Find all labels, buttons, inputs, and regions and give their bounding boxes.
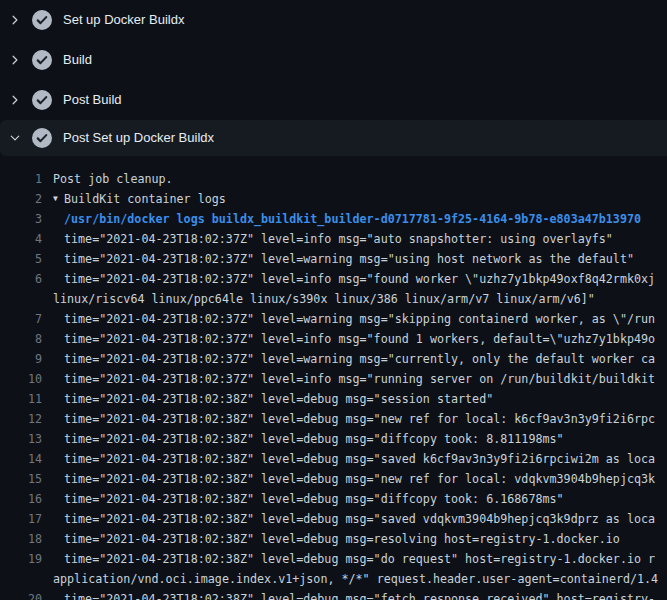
log-line-text: time="2021-04-23T18:02:38Z" level=debug … bbox=[64, 529, 620, 549]
log-line-text: time="2021-04-23T18:02:37Z" level=warnin… bbox=[64, 349, 655, 369]
log-line: 12 ▼time="2021-04-23T18:02:38Z" level=de… bbox=[0, 409, 667, 429]
log-line-number[interactable]: 11 bbox=[0, 389, 42, 409]
check-circle-icon bbox=[32, 90, 52, 110]
log-line-number[interactable]: 13 bbox=[0, 429, 42, 449]
log-line-number[interactable]: 9 bbox=[0, 349, 42, 369]
chevron-down-icon bbox=[9, 132, 21, 144]
log-line-number[interactable]: 18 bbox=[0, 529, 42, 549]
log-line-body: ▼time="2021-04-23T18:02:38Z" level=debug… bbox=[64, 549, 667, 569]
log-line: 1 ▼Post job cleanup. bbox=[0, 169, 667, 189]
log-line: 16 ▼time="2021-04-23T18:02:38Z" level=de… bbox=[0, 489, 667, 509]
log-line-body: ▼linux/riscv64 linux/ppc64le linux/s390x… bbox=[53, 289, 667, 309]
log-line: ▼application/vnd.oci.image.index.v1+json… bbox=[0, 569, 667, 589]
log-line: 18 ▼time="2021-04-23T18:02:38Z" level=de… bbox=[0, 529, 667, 549]
log-line-number[interactable]: 8 bbox=[0, 329, 42, 349]
log-line: 3 ▼/usr/bin/docker logs buildx_buildkit_… bbox=[0, 209, 667, 229]
log-line-text: time="2021-04-23T18:02:37Z" level=warnin… bbox=[64, 309, 655, 329]
step-title: Set up Docker Buildx bbox=[63, 10, 184, 30]
log-line-text: time="2021-04-23T18:02:38Z" level=debug … bbox=[64, 449, 655, 469]
step-row[interactable]: Post Set up Docker Buildx bbox=[0, 120, 667, 156]
log-line: 20 ▼time="2021-04-23T18:02:38Z" level=de… bbox=[0, 589, 667, 600]
log-line-body: ▼time="2021-04-23T18:02:38Z" level=debug… bbox=[64, 489, 667, 509]
log-line-body: ▼time="2021-04-23T18:02:38Z" level=debug… bbox=[64, 589, 667, 600]
log-line-body: ▼time="2021-04-23T18:02:37Z" level=info … bbox=[64, 329, 667, 349]
log-line-text: time="2021-04-23T18:02:38Z" level=debug … bbox=[64, 509, 655, 529]
log-line-number[interactable]: 6 bbox=[0, 269, 42, 289]
log-line-number[interactable]: 10 bbox=[0, 369, 42, 389]
log-line-text: Post job cleanup. bbox=[53, 169, 173, 189]
log-line-body: ▼time="2021-04-23T18:02:38Z" level=debug… bbox=[64, 429, 667, 449]
log-line: 15 ▼time="2021-04-23T18:02:38Z" level=de… bbox=[0, 469, 667, 489]
log-line-text: time="2021-04-23T18:02:38Z" level=debug … bbox=[64, 409, 655, 429]
log-line-body: ▼time="2021-04-23T18:02:37Z" level=warni… bbox=[64, 249, 667, 269]
log-line-body: ▼time="2021-04-23T18:02:38Z" level=debug… bbox=[64, 389, 667, 409]
log-line-number[interactable]: 15 bbox=[0, 469, 42, 489]
log-line-text: /usr/bin/docker logs buildx_buildkit_bui… bbox=[64, 209, 641, 229]
step-row[interactable]: Post Build bbox=[0, 80, 667, 120]
log-line-body: ▼time="2021-04-23T18:02:37Z" level=info … bbox=[64, 369, 667, 389]
log-line-body: ▼time="2021-04-23T18:02:38Z" level=debug… bbox=[64, 449, 667, 469]
step-row[interactable]: Set up Docker Buildx bbox=[0, 0, 667, 40]
log-line: 8 ▼time="2021-04-23T18:02:37Z" level=inf… bbox=[0, 329, 667, 349]
log-line-text: time="2021-04-23T18:02:38Z" level=debug … bbox=[64, 389, 493, 409]
log-line-number[interactable]: 20 bbox=[0, 589, 42, 600]
log-line: 14 ▼time="2021-04-23T18:02:38Z" level=de… bbox=[0, 449, 667, 469]
log-line: 6 ▼time="2021-04-23T18:02:37Z" level=inf… bbox=[0, 269, 667, 289]
check-circle-icon bbox=[32, 128, 52, 148]
log-line-body: ▼time="2021-04-23T18:02:37Z" level=info … bbox=[64, 229, 667, 249]
log-line-text: time="2021-04-23T18:02:37Z" level=info m… bbox=[64, 269, 655, 289]
log-line-body: ▼time="2021-04-23T18:02:38Z" level=debug… bbox=[64, 529, 667, 549]
log-line: 9 ▼time="2021-04-23T18:02:37Z" level=war… bbox=[0, 349, 667, 369]
chevron-right-icon bbox=[9, 54, 21, 66]
log-line-text: time="2021-04-23T18:02:38Z" level=debug … bbox=[64, 469, 655, 489]
log-line-number[interactable]: 12 bbox=[0, 409, 42, 429]
step-title: Post Build bbox=[63, 90, 122, 110]
step-title: Post Set up Docker Buildx bbox=[63, 128, 214, 148]
log-line-number[interactable]: 19 bbox=[0, 549, 42, 569]
log-line: 2 ▼BuildKit container logs bbox=[0, 189, 667, 209]
log-line-text: time="2021-04-23T18:02:37Z" level=info m… bbox=[64, 369, 655, 389]
log-line-text: application/vnd.oci.image.index.v1+json,… bbox=[53, 569, 658, 589]
log-line-body: ▼time="2021-04-23T18:02:38Z" level=debug… bbox=[64, 469, 667, 489]
log-line-text: time="2021-04-23T18:02:37Z" level=warnin… bbox=[64, 249, 634, 269]
log-line-number[interactable]: 17 bbox=[0, 509, 42, 529]
log-line: 7 ▼time="2021-04-23T18:02:37Z" level=war… bbox=[0, 309, 667, 329]
log-line: 19 ▼time="2021-04-23T18:02:38Z" level=de… bbox=[0, 549, 667, 569]
log-line-number[interactable]: 2 bbox=[0, 189, 42, 209]
log-line-body: ▼time="2021-04-23T18:02:37Z" level=warni… bbox=[64, 309, 667, 329]
log-line-number[interactable]: 3 bbox=[0, 209, 42, 229]
chevron-right-icon bbox=[9, 14, 21, 26]
log-line-number[interactable]: 14 bbox=[0, 449, 42, 469]
check-circle-icon bbox=[32, 10, 52, 30]
chevron-right-icon bbox=[9, 94, 21, 106]
log-line-body: ▼BuildKit container logs bbox=[53, 189, 667, 209]
log-line: 13 ▼time="2021-04-23T18:02:38Z" level=de… bbox=[0, 429, 667, 449]
log-line-number[interactable]: 16 bbox=[0, 489, 42, 509]
log-line-text: time="2021-04-23T18:02:37Z" level=info m… bbox=[64, 329, 655, 349]
log-line-text: time="2021-04-23T18:02:38Z" level=debug … bbox=[64, 549, 655, 569]
log-lines: 1 ▼Post job cleanup. 2 ▼BuildKit contain… bbox=[0, 156, 667, 600]
log-line-number[interactable]: 7 bbox=[0, 309, 42, 329]
log-line-text: time="2021-04-23T18:02:37Z" level=info m… bbox=[64, 229, 613, 249]
log-line-body: ▼time="2021-04-23T18:02:37Z" level=warni… bbox=[64, 349, 667, 369]
log-line-body: ▼/usr/bin/docker logs buildx_buildkit_bu… bbox=[64, 209, 667, 229]
group-toggle-icon[interactable]: ▼ bbox=[53, 189, 64, 209]
log-line: ▼linux/riscv64 linux/ppc64le linux/s390x… bbox=[0, 289, 667, 309]
log-line-number[interactable]: 5 bbox=[0, 249, 42, 269]
step-title: Build bbox=[63, 50, 92, 70]
steps-list: Set up Docker Buildx Build Post Buil bbox=[0, 0, 667, 156]
log-line-body: ▼time="2021-04-23T18:02:38Z" level=debug… bbox=[64, 409, 667, 429]
step-row[interactable]: Build bbox=[0, 40, 667, 80]
check-circle-icon bbox=[32, 50, 52, 70]
workflow-log-viewer: Set up Docker Buildx Build Post Buil bbox=[0, 0, 667, 600]
log-line-body: ▼application/vnd.oci.image.index.v1+json… bbox=[53, 569, 667, 589]
log-line: 17 ▼time="2021-04-23T18:02:38Z" level=de… bbox=[0, 509, 667, 529]
log-line-number[interactable]: 1 bbox=[0, 169, 42, 189]
log-line-body: ▼time="2021-04-23T18:02:38Z" level=debug… bbox=[64, 509, 667, 529]
log-line-number[interactable] bbox=[0, 569, 42, 589]
log-line-text: time="2021-04-23T18:02:38Z" level=debug … bbox=[64, 589, 655, 600]
log-line-body: ▼time="2021-04-23T18:02:37Z" level=info … bbox=[64, 269, 667, 289]
log-line-number[interactable] bbox=[0, 289, 42, 309]
log-line-body: ▼Post job cleanup. bbox=[53, 169, 667, 189]
log-line-number[interactable]: 4 bbox=[0, 229, 42, 249]
